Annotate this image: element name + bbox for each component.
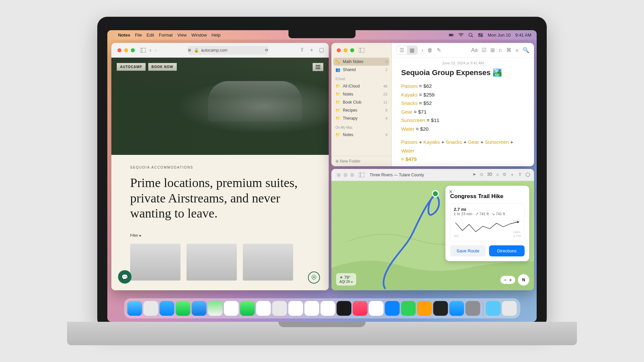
- address-bar[interactable]: ⛨ 🔒 autocamp.com ⟳: [188, 46, 268, 55]
- dock-app-trash[interactable]: [502, 301, 517, 316]
- sidebar-folder[interactable]: 📁Therapy4: [331, 114, 391, 122]
- dock-app-photos[interactable]: [224, 301, 239, 316]
- dock-app-calendar[interactable]: [256, 301, 271, 316]
- lookaround-icon[interactable]: ⌂: [496, 172, 499, 178]
- dock-app-messages[interactable]: [176, 301, 191, 316]
- new-tab-icon[interactable]: ＋: [309, 47, 314, 54]
- zoom-control[interactable]: −+: [500, 276, 515, 284]
- location-icon[interactable]: ➤: [473, 172, 476, 178]
- directions-button[interactable]: Directions: [489, 245, 525, 256]
- map-canvas[interactable]: ✕ Congress Trail Hike 2.7 mi 1 hr 23 min…: [331, 181, 534, 290]
- compose-icon[interactable]: ✎: [437, 47, 441, 53]
- link-icon[interactable]: ⌘: [506, 47, 512, 53]
- menubar-date[interactable]: Mon Jun 10: [488, 33, 511, 38]
- sidebar-folder[interactable]: 📁Notes23: [331, 90, 391, 98]
- sidebar-folder[interactable]: 👥Shared2: [331, 66, 391, 74]
- dock-app-finder[interactable]: [127, 301, 142, 316]
- sidebar-toggle-icon[interactable]: [359, 173, 364, 177]
- dock-app-launchpad[interactable]: [144, 301, 158, 316]
- share-icon[interactable]: ⇪: [300, 47, 304, 54]
- sidebar-folder[interactable]: 📁All iCloud46: [331, 82, 391, 90]
- back-icon[interactable]: ‹: [422, 47, 423, 53]
- wifi-icon[interactable]: [459, 33, 464, 38]
- more-icon[interactable]: »: [516, 47, 519, 53]
- forward-icon[interactable]: ›: [155, 47, 156, 53]
- menubar-help[interactable]: Help: [212, 33, 221, 38]
- listing-card[interactable]: [186, 244, 237, 281]
- sidebar-folder[interactable]: 📁Recipes8: [331, 106, 391, 114]
- save-route-button[interactable]: Save Route: [450, 245, 486, 256]
- accessibility-icon[interactable]: ⦿: [308, 272, 320, 284]
- dock-app-news[interactable]: [369, 301, 384, 316]
- route-icon[interactable]: ◇: [480, 172, 483, 178]
- dock-app-facetime[interactable]: [240, 301, 255, 316]
- tabs-icon[interactable]: ▢: [319, 47, 324, 54]
- site-logo[interactable]: AUTOCAMP: [117, 63, 146, 71]
- svg-rect-2: [453, 35, 453, 36]
- format-icon[interactable]: Aa: [471, 47, 478, 53]
- checklist-icon[interactable]: ☑: [482, 47, 486, 53]
- dock-app-downloads[interactable]: [486, 301, 501, 316]
- dock-app-numbers[interactable]: [401, 301, 416, 316]
- listing-card[interactable]: [243, 244, 293, 281]
- dock-app-safari[interactable]: [160, 301, 174, 316]
- menubar-window[interactable]: Window: [192, 33, 207, 38]
- close-icon[interactable]: ✕: [449, 189, 453, 194]
- back-icon[interactable]: ‹: [150, 47, 151, 53]
- gallery-view-icon: ▦: [407, 46, 417, 54]
- sidebar-toggle-icon[interactable]: [359, 48, 364, 53]
- menubar-edit[interactable]: Edit: [147, 33, 154, 38]
- media-icon[interactable]: ⎌: [499, 47, 502, 53]
- dock-app-maps[interactable]: [208, 301, 223, 316]
- route-title: Congress Trail Hike: [450, 193, 525, 200]
- 3d-icon[interactable]: 3D: [487, 172, 492, 178]
- view-mode-segment[interactable]: ☰▦: [396, 46, 418, 55]
- menubar-file[interactable]: File: [135, 33, 142, 38]
- weather-badge[interactable]: ☀ 79° AQI 29 ●: [336, 273, 356, 286]
- sidebar-toggle-icon[interactable]: [140, 48, 146, 53]
- menubar-app-name[interactable]: Notes: [118, 33, 130, 38]
- window-controls[interactable]: [116, 48, 136, 52]
- menubar-time[interactable]: 9:41 AM: [515, 33, 531, 38]
- book-now-button[interactable]: BOOK NOW: [148, 63, 177, 71]
- dock-app-freeform[interactable]: [321, 301, 335, 316]
- spotlight-icon[interactable]: [468, 33, 473, 38]
- battery-icon[interactable]: [449, 33, 454, 38]
- safari-window: ‹ › ⛨ 🔒 autocamp.com ⟳ ⇪ ＋ ▢: [111, 43, 329, 290]
- dock-app-iphone-mirror[interactable]: [433, 301, 448, 316]
- listing-card[interactable]: [130, 244, 180, 281]
- chat-button[interactable]: 💬: [118, 270, 131, 284]
- window-controls[interactable]: [335, 173, 356, 177]
- note-editor[interactable]: June 10, 2024 at 9:41 AM Sequoia Group E…: [392, 58, 534, 166]
- search-icon[interactable]: 🔍: [523, 47, 529, 53]
- compass-icon[interactable]: N: [518, 274, 529, 286]
- dock-app-notes[interactable]: [305, 301, 319, 316]
- dock-app-mail[interactable]: [192, 301, 207, 316]
- sidebar-folder[interactable]: 📁Book Club11: [331, 98, 391, 106]
- control-center-icon[interactable]: [478, 33, 483, 38]
- account-icon[interactable]: ◯: [526, 172, 530, 178]
- sidebar-folder[interactable]: 📁Notes9: [331, 131, 391, 139]
- new-folder-button[interactable]: ⊕ New Folder: [331, 156, 391, 166]
- map-mode-icon[interactable]: ⊙: [503, 172, 506, 178]
- reload-icon[interactable]: ⟳: [265, 48, 268, 53]
- sidebar-folder[interactable]: 📐Math Notes3: [333, 58, 389, 66]
- dock-app-reminders[interactable]: [288, 301, 303, 316]
- menubar-view[interactable]: View: [177, 33, 187, 38]
- dock-app-contacts[interactable]: [272, 301, 287, 316]
- filter-toggle[interactable]: Filter ▸: [130, 233, 310, 238]
- dock-app-settings[interactable]: [466, 301, 480, 316]
- share-icon[interactable]: ⇪: [518, 172, 522, 178]
- hamburger-menu-icon[interactable]: [313, 63, 323, 71]
- table-icon[interactable]: ⊞: [490, 47, 495, 53]
- note-title: Sequoia Group Expenses 🏞️: [401, 68, 525, 77]
- dock-app-music[interactable]: [353, 301, 368, 316]
- add-icon[interactable]: ＋: [510, 172, 514, 178]
- trash-icon[interactable]: 🗑: [427, 47, 433, 53]
- dock-app-keynote[interactable]: [385, 301, 400, 316]
- dock-app-tv[interactable]: [337, 301, 352, 316]
- dock-app-appstore[interactable]: [449, 301, 464, 316]
- menubar-format[interactable]: Format: [159, 33, 172, 38]
- window-controls[interactable]: [335, 48, 356, 52]
- dock-app-pages[interactable]: [417, 301, 432, 316]
